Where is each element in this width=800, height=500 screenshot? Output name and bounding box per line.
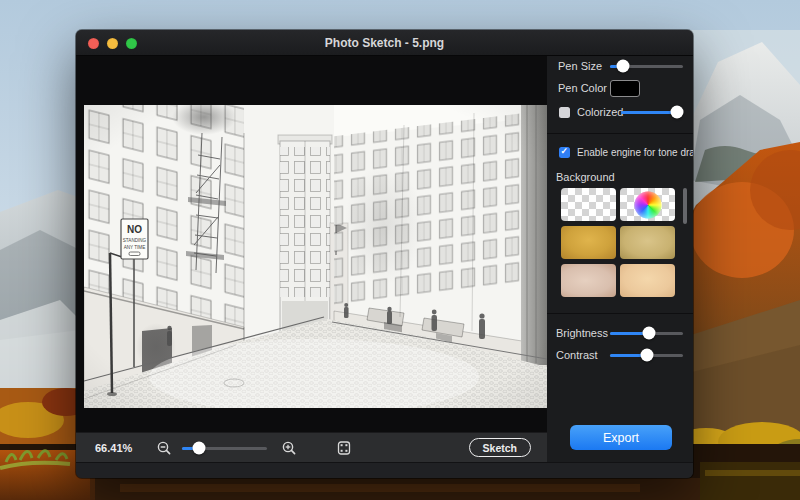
brightness-thumb[interactable] [642,327,655,340]
background-option-gold-paper[interactable] [561,226,616,259]
sketch-image: NO STANDING ANY TIME [84,105,547,408]
colorized-thumb[interactable] [671,106,684,119]
colorized-checkbox[interactable] [559,107,570,118]
status-bar: 66.41% [76,432,547,462]
contrast-row: Contrast [556,347,683,363]
tone-engine-label: Enable engine for tone drawing [577,147,693,158]
pen-size-row: Pen Size [558,58,683,74]
contrast-thumb[interactable] [641,349,654,362]
app-window: Photo Sketch - 5.png [76,30,693,478]
background-grid [561,188,674,297]
separator [547,133,693,134]
brightness-slider[interactable] [610,326,683,340]
sketch-button[interactable]: Sketch [469,438,531,457]
desktop: Photo Sketch - 5.png [0,0,800,500]
pen-color-label: Pen Color [558,82,610,94]
tone-engine-row: Enable engine for tone drawing [559,144,683,160]
background-option-color-wheel[interactable] [620,188,675,221]
fit-to-window-icon[interactable] [336,440,352,456]
colorized-fill [621,111,677,114]
export-button[interactable]: Export [570,425,672,450]
zoom-slider-thumb[interactable] [193,442,206,455]
background-option-transparent[interactable] [561,188,616,221]
pen-size-slider[interactable] [610,59,683,73]
zoom-out-icon[interactable] [156,440,172,456]
colorized-row: Colorized [559,104,683,120]
background-label: Background [556,171,615,183]
brightness-row: Brightness [556,325,683,341]
colorized-slider[interactable] [621,105,683,119]
brightness-label: Brightness [556,327,610,339]
contrast-label: Contrast [556,349,610,361]
window-title: Photo Sketch - 5.png [76,30,693,56]
background-option-tan-paper[interactable] [620,226,675,259]
colorized-label: Colorized [577,106,621,118]
window-footer [76,462,693,478]
canvas-area: NO STANDING ANY TIME [76,56,547,432]
background-option-rose-paper[interactable] [561,264,616,297]
background-scrollbar[interactable] [683,188,687,224]
pen-size-label: Pen Size [558,60,610,72]
zoom-in-icon[interactable] [281,440,297,456]
zoom-slider[interactable] [182,441,267,455]
tone-engine-checkbox[interactable] [559,147,570,158]
pen-color-row: Pen Color [558,78,683,98]
separator [547,313,693,314]
contrast-slider[interactable] [610,348,683,362]
background-row: Background [556,169,683,185]
titlebar[interactable]: Photo Sketch - 5.png [76,30,693,56]
pen-size-thumb[interactable] [617,60,630,73]
sidebar: Pen Size Pen Color Colorized [547,56,693,462]
background-option-peach-paper[interactable] [620,264,675,297]
pen-color-swatch[interactable] [610,80,640,97]
zoom-level: 66.41% [95,433,132,463]
